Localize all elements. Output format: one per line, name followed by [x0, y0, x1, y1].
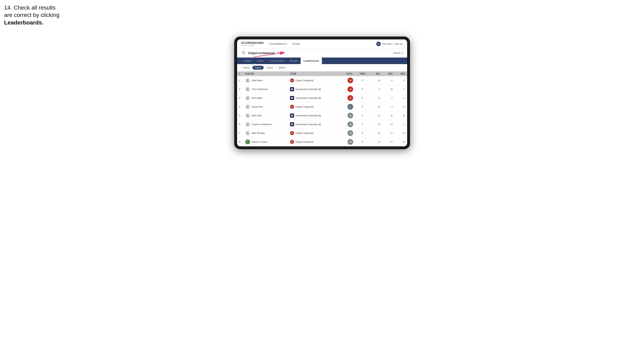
- svg-point-11: [247, 106, 248, 107]
- tab-results[interactable]: Results: [287, 58, 301, 64]
- player-avatar: [245, 104, 250, 109]
- cell-rd1: +2: [370, 138, 382, 146]
- table-row: 8Marcus TurnersCClippd College [A]+11F+2…: [237, 138, 407, 146]
- cell-player: Rich Butler: [243, 94, 288, 102]
- nav-teams[interactable]: TEAMS: [292, 42, 300, 46]
- cell-rd2: +5: [382, 85, 395, 94]
- logo-sub: Powered by clippd: [241, 44, 264, 46]
- team-name: Scoreboard University [A]: [295, 123, 321, 126]
- cancel-button[interactable]: Cancel ✕: [393, 52, 403, 54]
- scene-container: SCOREBOARD Powered by clippd TOURNAMENTS…: [4, 32, 640, 153]
- player-avatar: [245, 96, 250, 100]
- table-row: 6Cameron RobertsonScoreboard University …: [237, 120, 407, 129]
- table-row: 5Rees BrittScoreboard University [A]+1F+…: [237, 111, 407, 120]
- tab-leaderboards[interactable]: Leaderboards: [301, 58, 322, 64]
- cell-rd2: -6: [382, 76, 395, 85]
- team-logo: C: [290, 105, 294, 109]
- cell-team: CClippd College [A]: [288, 102, 339, 111]
- cell-rd2: E: [382, 111, 395, 120]
- table-row: 1Elliot EbertCClippd College [A]-8F+3-6-…: [237, 76, 407, 85]
- svg-rect-8: [291, 97, 293, 98]
- svg-rect-17: [291, 124, 293, 124]
- leaderboard-container: # PLAYER TEAM TOTAL THRU RD1 RD2 RD3 1El…: [237, 71, 407, 146]
- cell-player: Chris Robertson: [243, 85, 288, 94]
- cell-thru: F: [355, 120, 370, 129]
- player-name: Rich Butler: [252, 97, 263, 99]
- close-icon: ✕: [401, 52, 403, 54]
- cell-player: Cameron Robertson: [243, 120, 288, 129]
- svg-rect-15: [291, 116, 293, 116]
- cell-rd1: +5: [370, 120, 382, 129]
- svg-rect-18: [291, 124, 293, 125]
- player-avatar: [245, 139, 250, 144]
- cell-total: -8: [339, 76, 355, 85]
- logo-text: SCOREBOARD: [241, 41, 264, 44]
- instruction-block: 14. Check all results are correct by cli…: [4, 4, 86, 26]
- cell-player: David Ford: [243, 102, 288, 111]
- svg-rect-6: [291, 90, 293, 90]
- tournament-header: C Clippd Invitational Men Cancel ✕: [237, 48, 407, 58]
- cell-rd1: +1: [370, 102, 382, 111]
- svg-rect-19: [291, 125, 293, 125]
- player-name: David Ford: [252, 106, 263, 108]
- svg-rect-14: [291, 115, 293, 116]
- col-rd3: RD3: [395, 71, 407, 76]
- svg-rect-5: [291, 89, 293, 89]
- tab-details[interactable]: Details: [241, 58, 254, 64]
- cell-thru: F: [355, 85, 370, 94]
- cell-rank: 3: [237, 94, 243, 102]
- cell-rd1: +2: [370, 129, 382, 138]
- table-row: 7Blair McHargCClippd College [A]+9F+2+1+…: [237, 129, 407, 138]
- tournament-name: Clippd Invitational: [248, 51, 275, 55]
- svg-point-21: [247, 141, 248, 142]
- team-logo: C: [290, 131, 294, 135]
- user-avatar: TU: [376, 42, 381, 46]
- svg-point-7: [247, 97, 248, 98]
- table-header: # PLAYER TEAM TOTAL THRU RD1 RD2 RD3: [237, 71, 407, 76]
- cell-player: Marcus Turners: [243, 138, 288, 146]
- player-name: Rees Britt: [252, 114, 262, 117]
- filter-players[interactable]: Players: [252, 66, 264, 70]
- svg-rect-13: [291, 115, 293, 115]
- nav-tournaments[interactable]: TOURNAMENTS: [269, 42, 287, 46]
- filter-row: Teams Players Scores Strokes: [237, 64, 407, 71]
- cell-rd3: +3: [395, 102, 407, 111]
- cell-rd2: -4: [382, 102, 395, 111]
- cell-rd3: -1: [395, 120, 407, 129]
- col-rank: #: [237, 71, 243, 76]
- cell-team: Scoreboard University [A]: [288, 85, 339, 94]
- cell-team: CClippd College [A]: [288, 129, 339, 138]
- col-player: PLAYER: [243, 71, 288, 76]
- team-logo: [290, 114, 294, 118]
- svg-point-3: [247, 88, 248, 89]
- tab-course-setup[interactable]: Course Setup: [267, 58, 287, 64]
- tab-teams[interactable]: Teams: [254, 58, 267, 64]
- user-name: Test User |: [382, 43, 393, 45]
- cell-rd1: +3: [370, 76, 382, 85]
- cell-rd3: -1: [395, 94, 407, 102]
- cell-total: E: [339, 102, 355, 111]
- player-name: Cameron Robertson: [252, 123, 272, 126]
- team-name: Clippd College [A]: [295, 141, 313, 143]
- cell-rd2: +1: [382, 129, 395, 138]
- player-name: Elliot Ebert: [252, 79, 263, 82]
- col-team: TEAM: [288, 71, 339, 76]
- filter-teams[interactable]: Teams: [241, 66, 252, 70]
- col-total: TOTAL: [339, 71, 355, 76]
- player-name: Marcus Turners: [252, 141, 267, 143]
- svg-point-2: [247, 79, 248, 80]
- cell-rd2: +7: [382, 138, 395, 146]
- player-name: Chris Robertson: [252, 88, 268, 90]
- cell-rd3: -5: [395, 76, 407, 85]
- filter-scores[interactable]: Scores: [264, 66, 275, 70]
- cell-rd3: +6: [395, 129, 407, 138]
- logo-area: SCOREBOARD Powered by clippd: [241, 41, 264, 46]
- cell-rank: 2: [237, 85, 243, 94]
- team-logo: C: [290, 140, 294, 144]
- filter-strokes[interactable]: Strokes: [276, 66, 288, 70]
- nav-links: TOURNAMENTS TEAMS: [269, 42, 376, 46]
- sign-out-link[interactable]: Sign out: [395, 43, 403, 45]
- top-nav: SCOREBOARD Powered by clippd TOURNAMENTS…: [237, 39, 407, 48]
- cell-rd2: -2: [382, 94, 395, 102]
- table-row: 4David FordCClippd College [A]EF+1-4+3: [237, 102, 407, 111]
